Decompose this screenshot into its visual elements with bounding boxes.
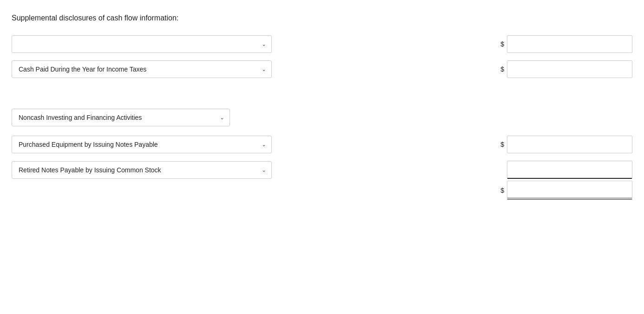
row1-dollar-sign: $ [500, 40, 504, 48]
row2-dropdown[interactable]: Cash Paid During the Year for Income Tax… [12, 60, 272, 78]
row2-dropdown-container: Cash Paid During the Year for Income Tax… [12, 60, 272, 78]
subrow1-amount-container: $ [500, 136, 632, 153]
row1-dropdown-container: Cash Paid During the Year for Interest C… [12, 35, 272, 53]
noncash-section-row: Noncash Investing and Financing Activiti… [12, 109, 632, 126]
subrow2-amount-input[interactable] [507, 161, 632, 179]
row2-dollar-sign: $ [500, 65, 504, 73]
total-dollar-sign: $ [500, 187, 504, 194]
subrow1-dropdown-container: Purchased Equipment by Issuing Notes Pay… [12, 136, 272, 153]
subrow2-amount-container [507, 161, 632, 179]
row1-amount-container: $ [500, 35, 632, 53]
subrow2-dropdown[interactable]: Retired Notes Payable by Issuing Common … [12, 161, 272, 179]
row2-amount-input[interactable] [507, 60, 632, 78]
total-amount-container: $ [500, 181, 632, 200]
subrow2-row: Retired Notes Payable by Issuing Common … [12, 161, 632, 179]
noncash-dropdown[interactable]: Noncash Investing and Financing Activiti… [12, 109, 230, 126]
subrow1-dollar-sign: $ [500, 141, 504, 148]
total-row: $ [12, 181, 632, 200]
subrow2-dropdown-container: Retired Notes Payable by Issuing Common … [12, 161, 272, 179]
total-amount-input[interactable] [507, 181, 632, 200]
subrow1-dropdown[interactable]: Purchased Equipment by Issuing Notes Pay… [12, 136, 272, 153]
supplemental-row-2: Cash Paid During the Year for Income Tax… [12, 60, 632, 78]
page-container: Supplemental disclosures of cash flow in… [12, 14, 632, 200]
page-title: Supplemental disclosures of cash flow in… [12, 14, 632, 22]
noncash-dropdown-container: Noncash Investing and Financing Activiti… [12, 109, 230, 126]
row2-amount-container: $ [500, 60, 632, 78]
spacer [12, 85, 632, 104]
subrow1-row: Purchased Equipment by Issuing Notes Pay… [12, 136, 632, 153]
row1-dropdown[interactable]: Cash Paid During the Year for Interest C… [12, 35, 272, 53]
subrow1-amount-input[interactable] [507, 136, 632, 153]
row1-amount-input[interactable] [507, 35, 632, 53]
supplemental-row-1: Cash Paid During the Year for Interest C… [12, 35, 632, 53]
